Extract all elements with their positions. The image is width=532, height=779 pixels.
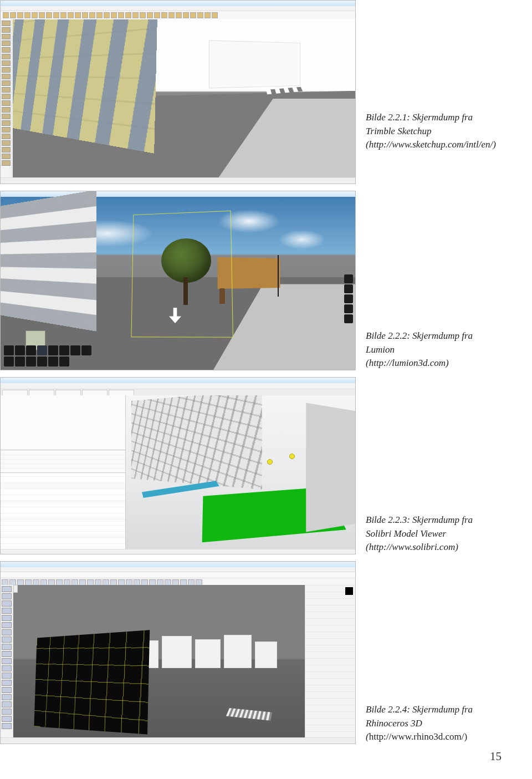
status-bar	[1, 177, 355, 184]
caption-3: Bilde 2.2.3: Skjermdump fra Solibri Mode…	[356, 513, 500, 554]
bottom-tool-panel	[4, 345, 93, 366]
window-titlebar	[1, 562, 355, 567]
selected-geometry	[34, 630, 150, 734]
issue-panel	[1, 450, 125, 473]
caption-label: Bilde 2.2.3: Skjermdump fra Solibri Mode…	[366, 515, 473, 539]
issue-marker-icon	[289, 454, 295, 459]
grating	[226, 708, 272, 721]
selection-bounding-box	[131, 211, 233, 338]
figure-3: Bilde 2.2.3: Skjermdump fra Solibri Mode…	[0, 377, 532, 554]
figure-2: Bilde 2.2.2: Skjermdump fra Lumion (http…	[0, 191, 532, 370]
main-body	[1, 395, 355, 549]
properties-panel	[305, 585, 355, 738]
screenshot-lumion	[0, 191, 356, 370]
menu-bar	[1, 567, 355, 572]
viewport-3d	[126, 395, 355, 549]
info-panel	[1, 395, 125, 450]
menu-bar	[1, 383, 355, 389]
caption-label: Bilde 2.2.1: Skjermdump fra Trimble Sket…	[366, 112, 473, 136]
figure-1: Bilde 2.2.1: Skjermdump fra Trimble Sket…	[0, 0, 532, 184]
main-building	[0, 191, 96, 332]
window-titlebar	[1, 191, 355, 197]
left-panel	[1, 395, 126, 549]
command-line	[1, 572, 355, 578]
street-lamp	[278, 255, 279, 297]
color-swatch	[345, 587, 353, 595]
caption-label: Bilde 2.2.2: Skjermdump fra Lumion	[366, 330, 473, 355]
screenshot-sketchup	[0, 0, 356, 184]
right-tool-panel	[344, 274, 353, 323]
main-body	[1, 585, 355, 738]
side-wall	[306, 403, 355, 532]
issue-marker-icon	[267, 459, 273, 465]
caption-url: (http://www.sketchup.com/intl/en/)	[366, 139, 496, 150]
building-mesh	[131, 395, 262, 490]
screenshot-rhino	[0, 561, 356, 744]
tool-palette-left	[1, 19, 12, 184]
properties-table	[1, 473, 125, 549]
viewport-3d	[13, 19, 355, 178]
menu-bar	[1, 6, 355, 11]
status-bar	[1, 737, 355, 744]
person-figure	[219, 288, 225, 304]
caption-url: (http://www.rhino3d.com/)	[366, 731, 467, 742]
document-page: Bilde 2.2.1: Skjermdump fra Trimble Sket…	[0, 0, 532, 779]
caption-2: Bilde 2.2.2: Skjermdump fra Lumion (http…	[356, 329, 500, 370]
page-number: 15	[490, 750, 502, 763]
caption-label: Bilde 2.2.4: Skjermdump fra Rhinoceros 3…	[366, 704, 473, 729]
viewport-label	[13, 585, 18, 593]
figure-4: Bilde 2.2.4: Skjermdump fra Rhinoceros 3…	[0, 561, 532, 744]
caption-4: Bilde 2.2.4: Skjermdump fra Rhinoceros 3…	[356, 703, 500, 744]
tool-palette-left	[1, 585, 13, 738]
caption-1: Bilde 2.2.1: Skjermdump fra Trimble Sket…	[356, 111, 500, 152]
window-titlebar	[1, 1, 355, 6]
background-houses	[135, 629, 283, 668]
screenshot-solibri	[0, 377, 356, 554]
status-bar	[1, 549, 355, 554]
viewport-perspective	[13, 585, 305, 738]
caption-url: (http://lumion3d.com)	[366, 358, 449, 368]
background-building	[209, 40, 300, 89]
caption-url: (http://www.solibri.com)	[366, 542, 458, 552]
window-titlebar	[1, 378, 355, 383]
